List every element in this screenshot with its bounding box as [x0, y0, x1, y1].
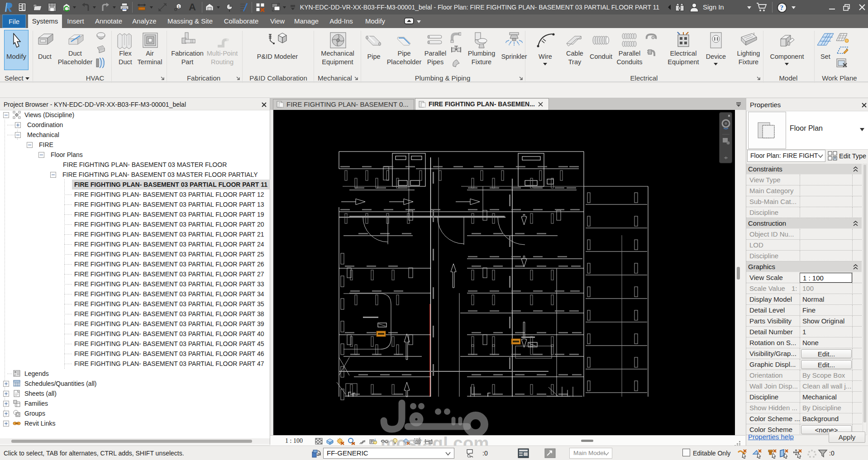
- svg-text:?: ?: [780, 4, 784, 11]
- svg-text:1: 1: [178, 5, 180, 9]
